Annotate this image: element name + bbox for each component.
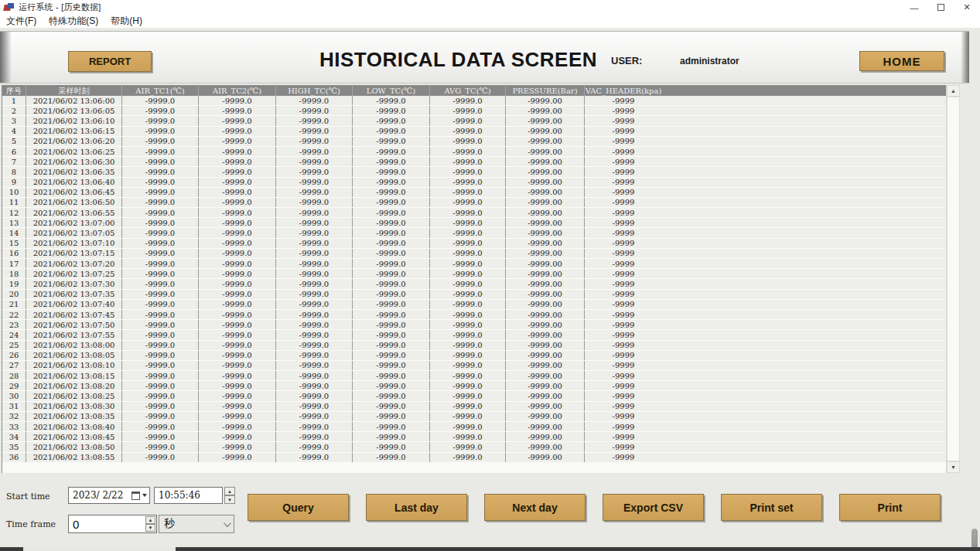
close-icon: ✕ <box>963 2 970 12</box>
home-button[interactable]: HOME <box>859 51 944 71</box>
table-cell: -9999.0 <box>353 402 430 411</box>
table-cell: -9999.00 <box>506 228 585 237</box>
table-cell: -9999.0 <box>430 157 506 166</box>
arrow-down-icon: ▼ <box>227 498 232 502</box>
scroll-up-button[interactable]: ▲ <box>947 85 960 97</box>
last-day-button[interactable]: Last day <box>366 494 467 521</box>
table-row[interactable]: 32021/06/02 13:06:10-9999.0-9999.0-9999.… <box>2 116 946 126</box>
table-cell: -9999.00 <box>506 269 585 278</box>
table-cell-filler <box>662 442 946 451</box>
table-cell: -9999 <box>585 167 662 176</box>
table-row[interactable]: 112021/06/02 13:06:50-9999.0-9999.0-9999… <box>2 198 946 208</box>
table-cell: -9999.0 <box>199 412 276 421</box>
date-dropdown-arrow-icon[interactable] <box>142 494 147 497</box>
table-cell: -9999.0 <box>199 167 276 176</box>
table-row[interactable]: 312021/06/02 13:08:30-9999.0-9999.0-9999… <box>2 402 946 412</box>
table-row[interactable]: 142021/06/02 13:07:05-9999.0-9999.0-9999… <box>2 228 946 238</box>
table-row[interactable]: 242021/06/02 13:07:55-9999.0-9999.0-9999… <box>2 330 946 340</box>
scroll-down-button[interactable]: ▼ <box>947 461 960 473</box>
table-row[interactable]: 352021/06/02 13:08:50-9999.0-9999.0-9999… <box>2 442 946 452</box>
calendar-icon[interactable] <box>131 491 140 500</box>
query-button[interactable]: Query <box>248 494 349 521</box>
table-cell: 2021/06/02 13:08:50 <box>26 442 122 451</box>
table-cell: 31 <box>2 402 26 411</box>
maximize-button[interactable] <box>927 0 954 15</box>
table-cell: -9999.0 <box>353 228 430 237</box>
table-row[interactable]: 302021/06/02 13:08:25-9999.0-9999.0-9999… <box>2 391 946 401</box>
table-cell: -9999.0 <box>353 371 430 380</box>
date-input[interactable]: 2023/ 2/22 <box>68 487 150 504</box>
table-cell: -9999.0 <box>430 371 506 380</box>
table-row[interactable]: 132021/06/02 13:07:00-9999.0-9999.0-9999… <box>2 218 946 228</box>
table-cell: -9999.00 <box>506 157 585 166</box>
table-row[interactable]: 72021/06/02 13:06:30-9999.0-9999.0-9999.… <box>2 157 946 167</box>
table-cell: -9999 <box>585 116 662 125</box>
table-row[interactable]: 252021/06/02 13:08:00-9999.0-9999.0-9999… <box>2 341 946 351</box>
table-cell: 2021/06/02 13:06:45 <box>26 188 122 197</box>
table-row[interactable]: 152021/06/02 13:07:10-9999.0-9999.0-9999… <box>2 239 946 249</box>
table-cell: 21 <box>2 300 26 309</box>
menu-item-help[interactable]: 帮助(H) <box>104 15 149 28</box>
table-cell: -9999.00 <box>506 167 585 176</box>
time-spinner-up-button[interactable]: ▲ <box>224 487 235 495</box>
menu-item-file[interactable]: 文件(F) <box>0 15 43 28</box>
table-row[interactable]: 162021/06/02 13:07:15-9999.0-9999.0-9999… <box>2 249 946 259</box>
print-set-button[interactable]: Print set <box>721 494 822 521</box>
table-row[interactable]: 212021/06/02 13:07:40-9999.0-9999.0-9999… <box>2 300 946 310</box>
report-button[interactable]: REPORT <box>68 51 152 72</box>
time-value: 10:55:46 <box>159 490 200 501</box>
table-row[interactable]: 82021/06/02 13:06:35-9999.0-9999.0-9999.… <box>2 167 946 177</box>
table-row[interactable]: 102021/06/02 13:06:45-9999.0-9999.0-9999… <box>2 188 946 198</box>
next-day-button[interactable]: Next day <box>484 494 586 521</box>
table-cell: -9999.00 <box>506 412 585 421</box>
table-row[interactable]: 282021/06/02 13:08:15-9999.0-9999.0-9999… <box>2 371 946 381</box>
table-row[interactable]: 182021/06/02 13:07:25-9999.0-9999.0-9999… <box>2 269 946 279</box>
table-cell: -9999.0 <box>430 218 506 227</box>
table-row[interactable]: 172021/06/02 13:07:20-9999.0-9999.0-9999… <box>2 259 946 269</box>
table-row[interactable]: 222021/06/02 13:07:45-9999.0-9999.0-9999… <box>2 310 946 320</box>
scroll-thumb[interactable] <box>947 97 960 461</box>
table-cell: 2021/06/02 13:07:35 <box>26 290 122 299</box>
table-row[interactable]: 122021/06/02 13:06:55-9999.0-9999.0-9999… <box>2 208 946 218</box>
table-row[interactable]: 332021/06/02 13:08:40-9999.0-9999.0-9999… <box>2 422 946 432</box>
time-frame-spinner-down-button[interactable]: ▼ <box>145 524 155 532</box>
table-row[interactable]: 22021/06/02 13:06:05-9999.0-9999.0-9999.… <box>2 106 946 116</box>
time-unit-select[interactable]: 秒 <box>159 515 234 533</box>
table-row[interactable]: 232021/06/02 13:07:50-9999.0-9999.0-9999… <box>2 320 946 330</box>
table-cell: 2021/06/02 13:06:20 <box>26 137 122 146</box>
table-cell: -9999 <box>585 269 662 278</box>
time-input[interactable]: 10:55:46 <box>154 487 223 504</box>
table-row[interactable]: 342021/06/02 13:08:45-9999.0-9999.0-9999… <box>2 432 946 442</box>
table-row[interactable]: 52021/06/02 13:06:20-9999.0-9999.0-9999.… <box>2 137 946 147</box>
menu-item-special-functions[interactable]: 特殊功能(S) <box>43 15 104 28</box>
close-button[interactable]: ✕ <box>954 0 980 15</box>
table-row[interactable]: 362021/06/02 13:08:55-9999.0-9999.0-9999… <box>2 453 946 463</box>
table-cell: -9999.0 <box>199 269 276 278</box>
table-cell-filler <box>662 259 946 268</box>
table-row[interactable]: 62021/06/02 13:06:25-9999.0-9999.0-9999.… <box>2 147 946 157</box>
table-cell: 2021/06/02 13:07:05 <box>26 228 122 237</box>
table-cell: -9999.0 <box>353 188 430 197</box>
table-row[interactable]: 292021/06/02 13:08:20-9999.0-9999.0-9999… <box>2 381 946 391</box>
header-cell-sample-time: 采样时刻 <box>26 86 122 96</box>
export-csv-button[interactable]: Export CSV <box>603 494 704 521</box>
table-cell: -9999.0 <box>430 116 506 125</box>
table-row[interactable]: 272021/06/02 13:08:10-9999.0-9999.0-9999… <box>2 361 946 371</box>
print-button[interactable]: Print <box>839 494 941 521</box>
table-row[interactable]: 262021/06/02 13:08:05-9999.0-9999.0-9999… <box>2 351 946 361</box>
minimize-button[interactable]: — <box>901 0 927 15</box>
time-frame-value: 0 <box>73 518 79 531</box>
table-row[interactable]: 92021/06/02 13:06:40-9999.0-9999.0-9999.… <box>2 178 946 188</box>
table-row[interactable]: 192021/06/02 13:07:30-9999.0-9999.0-9999… <box>2 279 946 289</box>
table-row[interactable]: 42021/06/02 13:06:15-9999.0-9999.0-9999.… <box>2 127 946 137</box>
table-cell: -9999.0 <box>199 106 276 115</box>
time-frame-spinner-up-button[interactable]: ▲ <box>145 516 155 524</box>
vertical-scrollbar[interactable]: ▲ ▼ <box>946 85 959 473</box>
time-frame-input[interactable]: 0 ▲ ▼ <box>68 515 157 533</box>
table-row[interactable]: 12021/06/02 13:06:00-9999.0-9999.0-9999.… <box>2 96 946 106</box>
table-row[interactable]: 202021/06/02 13:07:35-9999.0-9999.0-9999… <box>2 290 946 300</box>
time-spinner-down-button[interactable]: ▼ <box>224 495 235 504</box>
table-cell: -9999.0 <box>430 422 506 431</box>
table-cell: -9999 <box>585 300 662 309</box>
table-row[interactable]: 322021/06/02 13:08:35-9999.0-9999.0-9999… <box>2 412 946 422</box>
